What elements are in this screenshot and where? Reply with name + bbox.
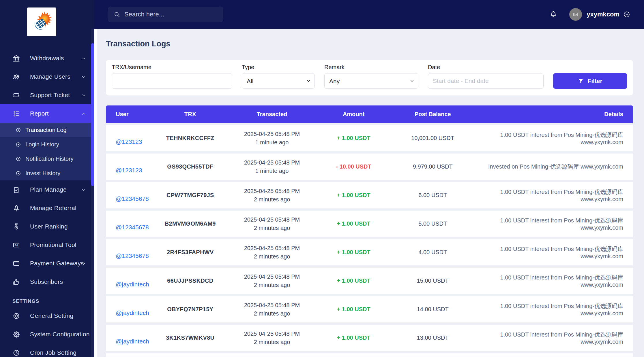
post-balance-cell: 5.00 USDT — [391, 220, 475, 227]
user-link[interactable]: @12345678 — [116, 252, 149, 259]
table-row: @12345678 B2MVMGOM6AM9 2025-04-25 05:48 … — [106, 211, 633, 237]
transacted-cell: 2025-04-25 05:48 PM2 minutes ago — [227, 273, 317, 289]
user-link[interactable]: @jaydintech — [116, 338, 149, 345]
trx-username-input[interactable] — [112, 73, 232, 89]
details-cell: 1.00 USDT interest from Pos Mining-优选源码库… — [475, 188, 633, 203]
sidebar-item-transaction-log[interactable]: Transaction Log — [0, 123, 94, 137]
col-header-trx: TRX — [153, 111, 227, 118]
filter-button-wrap: Filter — [553, 73, 627, 89]
table-row: @jaydintech 3K1KS7WMKV8U 2025-04-25 05:4… — [106, 325, 633, 351]
filter-field-type: Type All — [242, 64, 315, 89]
search-box — [108, 7, 223, 22]
transacted-cell: 2025-04-25 05:48 PM2 minutes ago — [227, 216, 317, 232]
search-input[interactable] — [124, 11, 218, 18]
gear-icon — [12, 330, 20, 338]
user-avatar[interactable] — [569, 8, 582, 21]
user-link[interactable]: @jaydintech — [116, 309, 149, 316]
trx-code: 3K1KS7WMKV8U — [153, 335, 227, 341]
trx-code: 2R4FS3FAPHWV — [153, 249, 227, 256]
sidebar-item-label: Invest History — [25, 170, 60, 177]
user-link[interactable]: @12345678 — [116, 195, 149, 202]
table-row: @123123 TEHNKRKCCFFZ 2025-04-25 05:48 PM… — [106, 125, 633, 151]
amount-cell: + 1.00 USDT — [317, 277, 391, 284]
table-row: @12345678 2R4FS3FAPHWV 2025-04-25 05:48 … — [106, 239, 633, 265]
date-range-input[interactable] — [428, 73, 544, 89]
report-submenu: Transaction Log Login History Notificati… — [0, 123, 94, 180]
sidebar-item-label: Plan Manage — [30, 186, 67, 193]
sidebar-item-label: Withdrawals — [30, 55, 64, 62]
amount-cell: + 1.00 USDT — [317, 335, 391, 341]
transacted-cell: 2025-04-25 05:48 PM2 minutes ago — [227, 330, 317, 346]
users-icon — [12, 73, 20, 81]
sidebar-item-label: Cron Job Setting — [30, 349, 76, 356]
funnel-icon — [578, 78, 584, 84]
transacted-cell: 2025-04-25 05:48 PM2 minutes ago — [227, 244, 317, 261]
sidebar-item-label: Promotional Tool — [30, 241, 76, 248]
ad-icon: Ad — [12, 241, 20, 249]
sidebar-item-general-setting[interactable]: General Setting — [0, 307, 94, 325]
chevron-down-icon — [81, 92, 86, 98]
table-row: @jaydintech OBYFQ7N7P15Y 2025-04-25 05:4… — [106, 296, 633, 322]
sidebar-item-withdrawals[interactable]: Withdrawals — [0, 49, 94, 67]
transacted-cell: 2025-04-25 05:48 PM2 minutes ago — [227, 187, 317, 204]
sidebar-item-login-history[interactable]: Login History — [0, 137, 94, 152]
filter-card: TRX/Username Type All Remark — [106, 60, 633, 95]
sidebar-item-subscribers[interactable]: Subscribers — [0, 273, 94, 291]
trx-code: OBYFQ7N7P15Y — [153, 306, 227, 313]
post-balance-cell: 14.00 USDT — [391, 306, 475, 313]
sidebar-item-promotional-tool[interactable]: Ad Promotional Tool — [0, 236, 94, 254]
remark-select[interactable]: Any — [324, 73, 418, 89]
table-row: @123123 GS93QCH55TDF 2025-04-25 05:48 PM… — [106, 154, 633, 180]
user-link[interactable]: @123123 — [116, 167, 142, 174]
medal-icon — [12, 223, 20, 231]
circle-dot-icon — [15, 156, 21, 162]
post-balance-cell: 13.00 USDT — [391, 335, 475, 341]
lifering-icon — [12, 312, 20, 320]
thumb-up-icon — [12, 278, 20, 286]
type-label: Type — [242, 64, 315, 71]
table-row-partial — [106, 353, 633, 357]
sidebar-nav: Withdrawals Manage Users Support Ticket — [0, 49, 94, 357]
sidebar-item-label: Payment Gateways — [30, 260, 84, 267]
topbar: yxymkcom — [94, 0, 644, 29]
col-header-post-balance: Post Balance — [391, 111, 475, 118]
sidebar-item-user-ranking[interactable]: User Ranking — [0, 217, 94, 236]
topbar-right: yxymkcom — [549, 8, 630, 21]
ticket-icon — [12, 91, 20, 99]
username[interactable]: yxymkcom — [587, 11, 619, 18]
sidebar-item-payment-gateways[interactable]: Payment Gateways — [0, 254, 94, 273]
chevron-down-icon — [81, 261, 86, 266]
clipboard-icon — [12, 186, 20, 194]
post-balance-cell: 4.00 USDT — [391, 249, 475, 256]
type-select[interactable]: All — [242, 73, 315, 89]
user-menu-chevron-icon[interactable] — [623, 11, 630, 18]
filter-button[interactable]: Filter — [553, 73, 627, 89]
sidebar-item-label: Manage Users — [30, 73, 70, 80]
sidebar-item-manage-referral[interactable]: Manage Referral — [0, 199, 94, 217]
user-link[interactable]: @jaydintech — [116, 281, 149, 288]
filter-field-trx-username: TRX/Username — [112, 64, 232, 89]
user-link[interactable]: @123123 — [116, 138, 142, 145]
sidebar-item-report[interactable]: Report — [0, 104, 94, 123]
sidebar-item-system-configuration[interactable]: System Configuration — [0, 325, 94, 343]
sidebar-item-plan-manage[interactable]: Plan Manage — [0, 180, 94, 199]
sidebar-item-manage-users[interactable]: Manage Users — [0, 67, 94, 86]
page-title: Transaction Logs — [106, 39, 633, 48]
amount-cell: + 1.00 USDT — [317, 135, 391, 141]
transacted-cell: 2025-04-25 05:48 PM2 minutes ago — [227, 301, 317, 318]
sidebar-item-invest-history[interactable]: Invest History — [0, 166, 94, 180]
trx-code: B2MVMGOM6AM9 — [153, 220, 227, 227]
sidebar-item-label: Subscribers — [30, 278, 63, 285]
sidebar-item-support-ticket[interactable]: Support Ticket — [0, 86, 94, 104]
details-cell: Invested on Pos Mining-优选源码库 www.yxymk.c… — [475, 163, 633, 171]
sidebar-scrollbar-thumb[interactable] — [91, 43, 94, 186]
brand-logo[interactable] — [27, 7, 56, 36]
chevron-down-icon — [81, 56, 86, 61]
sidebar-item-notification-history[interactable]: Notification History — [0, 152, 94, 166]
post-balance-cell: 6.00 USDT — [391, 192, 475, 199]
notifications-bell-icon[interactable] — [549, 10, 558, 19]
sidebar-item-cron-job-setting[interactable]: Cron Job Setting — [0, 343, 94, 357]
user-link[interactable]: @12345678 — [116, 224, 149, 231]
amount-cell: + 1.00 USDT — [317, 192, 391, 199]
transacted-cell: 2025-04-25 05:48 PM1 minute ago — [227, 158, 317, 175]
